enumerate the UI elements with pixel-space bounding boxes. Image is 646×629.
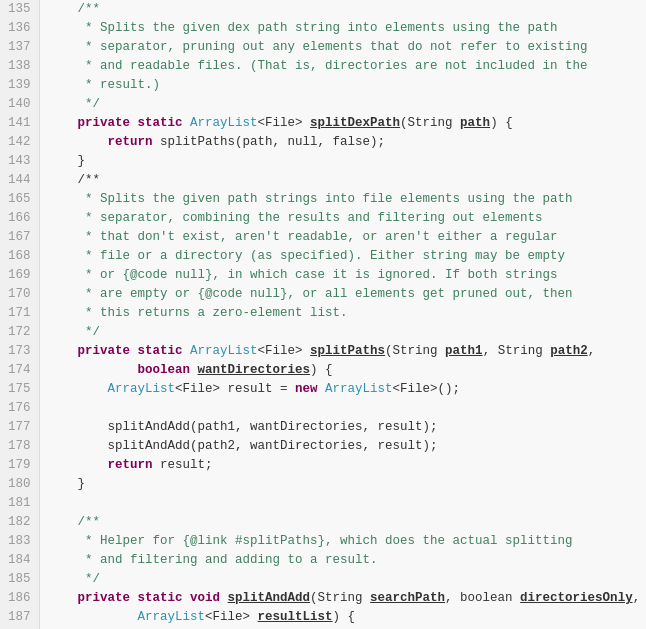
code-line: */	[48, 323, 638, 342]
code-segment	[48, 610, 138, 624]
code-segment: * are empty or {@code null}, or all elem…	[48, 287, 573, 301]
code-line: /**	[48, 171, 638, 190]
code-line: * Splits the given path strings into fil…	[48, 190, 638, 209]
line-number: 181	[8, 494, 31, 513]
line-number: 183	[8, 532, 31, 551]
code-line: * or {@code null}, in which case it is i…	[48, 266, 638, 285]
code-segment: * and filtering and adding to a result.	[48, 553, 378, 567]
code-segment	[48, 382, 108, 396]
code-line: ArrayList<File> result = new ArrayList<F…	[48, 380, 638, 399]
code-segment: /**	[48, 515, 101, 529]
line-number: 144	[8, 171, 31, 190]
code-segment: splitDexPath	[310, 116, 400, 130]
code-segment: ) {	[310, 363, 333, 377]
code-segment: * Helper for {@link #splitPaths}, which …	[48, 534, 573, 548]
line-number: 184	[8, 551, 31, 570]
line-number: 143	[8, 152, 31, 171]
line-number: 138	[8, 57, 31, 76]
code-segment: <File>();	[393, 382, 461, 396]
code-segment: (String	[385, 344, 445, 358]
code-segment: * Splits the given dex path string into …	[48, 21, 558, 35]
line-number: 136	[8, 19, 31, 38]
code-segment: (String	[310, 591, 370, 605]
line-number: 171	[8, 304, 31, 323]
code-segment: <File>	[258, 116, 311, 130]
code-line: splitAndAdd(path1, wantDirectories, resu…	[48, 418, 638, 437]
code-line: splitAndAdd(path2, wantDirectories, resu…	[48, 437, 638, 456]
line-number: 167	[8, 228, 31, 247]
line-number: 177	[8, 418, 31, 437]
line-number: 140	[8, 95, 31, 114]
code-segment: * separator, pruning out any elements th…	[48, 40, 588, 54]
code-segment: ArrayList	[138, 610, 206, 624]
line-number: 173	[8, 342, 31, 361]
code-line: * separator, pruning out any elements th…	[48, 38, 638, 57]
code-segment: ) {	[490, 116, 513, 130]
code-segment: <File>	[258, 344, 311, 358]
code-segment: resultList	[258, 610, 333, 624]
line-number: 185	[8, 570, 31, 589]
code-line: private static ArrayList<File> splitPath…	[48, 342, 638, 361]
code-line: * Helper for {@link #splitPaths}, which …	[48, 532, 638, 551]
code-line: return result;	[48, 456, 638, 475]
line-number: 170	[8, 285, 31, 304]
code-segment: return	[48, 458, 161, 472]
code-segment: ArrayList	[190, 344, 258, 358]
code-segment: private static	[48, 116, 191, 130]
code-segment: ArrayList	[190, 116, 258, 130]
code-line: * file or a directory (as specified). Ei…	[48, 247, 638, 266]
code-segment: , boolean	[445, 591, 520, 605]
code-line: * separator, combining the results and f…	[48, 209, 638, 228]
code-segment: private static	[48, 344, 191, 358]
code-line: }	[48, 475, 638, 494]
code-area[interactable]: /** * Splits the given dex path string i…	[40, 0, 646, 629]
code-line: * result.)	[48, 76, 638, 95]
line-number: 180	[8, 475, 31, 494]
code-segment: * and readable files. (That is, director…	[48, 59, 588, 73]
code-line: ArrayList<File> resultList) {	[48, 608, 638, 627]
code-segment: /**	[48, 2, 101, 16]
code-segment: splitPaths(path, null, false);	[160, 135, 385, 149]
code-segment: * or {@code null}, in which case it is i…	[48, 268, 558, 282]
code-segment: private static void	[48, 591, 228, 605]
code-line: private static ArrayList<File> splitDexP…	[48, 114, 638, 133]
code-segment: }	[48, 477, 86, 491]
line-number: 174	[8, 361, 31, 380]
code-segment: ,	[588, 344, 596, 358]
code-segment: splitAndAdd	[228, 591, 311, 605]
code-segment: splitAndAdd(path2, wantDirectories, resu…	[48, 439, 438, 453]
code-segment: */	[48, 572, 101, 586]
code-line: * and readable files. (That is, director…	[48, 57, 638, 76]
code-segment: ,	[633, 591, 641, 605]
code-segment: * separator, combining the results and f…	[48, 211, 543, 225]
line-number: 142	[8, 133, 31, 152]
code-segment: ArrayList	[108, 382, 176, 396]
code-segment: result;	[160, 458, 213, 472]
line-number: 168	[8, 247, 31, 266]
code-segment: <File>	[205, 610, 258, 624]
line-number: 186	[8, 589, 31, 608]
line-number: 178	[8, 437, 31, 456]
code-segment: <File> result =	[175, 382, 295, 396]
code-segment: searchPath	[370, 591, 445, 605]
code-segment: * Splits the given path strings into fil…	[48, 192, 573, 206]
code-segment: directoriesOnly	[520, 591, 633, 605]
code-line: * and filtering and adding to a result.	[48, 551, 638, 570]
line-number: 187	[8, 608, 31, 627]
code-line: * this returns a zero-element list.	[48, 304, 638, 323]
code-line	[48, 399, 638, 418]
code-line: */	[48, 95, 638, 114]
code-segment: /**	[48, 173, 101, 187]
code-line: }	[48, 152, 638, 171]
code-segment: wantDirectories	[198, 363, 311, 377]
line-number: 176	[8, 399, 31, 418]
line-number: 135	[8, 0, 31, 19]
code-segment: path2	[550, 344, 588, 358]
line-number: 139	[8, 76, 31, 95]
code-line: * Splits the given dex path string into …	[48, 19, 638, 38]
code-segment: */	[48, 97, 101, 111]
code-line	[48, 494, 638, 513]
code-segment: (String	[400, 116, 460, 130]
code-line: return splitPaths(path, null, false);	[48, 133, 638, 152]
code-segment: splitPaths	[310, 344, 385, 358]
